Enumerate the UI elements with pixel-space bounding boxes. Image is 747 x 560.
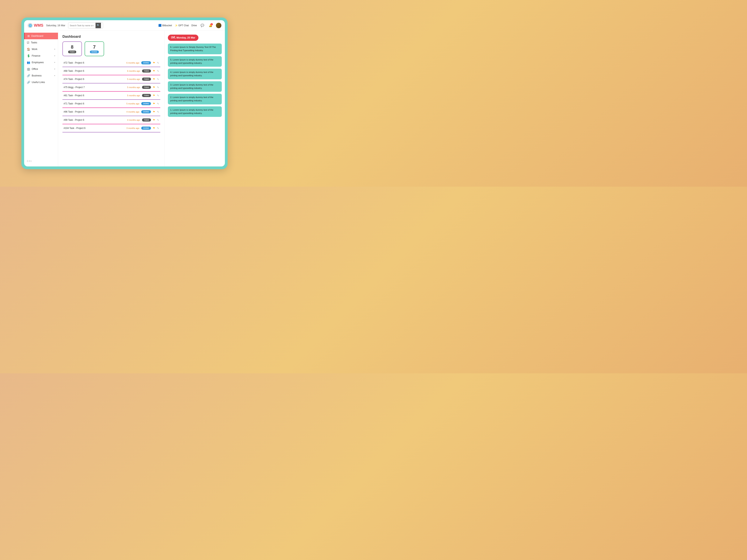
content-area: Dashboard 8 TODO 7 DOING #72 Task - Pr bbox=[58, 31, 164, 166]
task-time: 6 months ago bbox=[126, 62, 139, 64]
stats-row: 8 TODO 7 DOING bbox=[62, 42, 160, 56]
task-status-badge: DOING bbox=[141, 61, 151, 64]
note-item: 1. Lorem Ipsum is simply dummy text of t… bbox=[168, 106, 222, 117]
chevron-down-icon: ▾ bbox=[54, 68, 55, 70]
task-status-badge: DOING bbox=[141, 127, 151, 130]
search-input[interactable] bbox=[68, 23, 96, 28]
table-row: #99 Task - Project 6 4 months ago TODO ⚑… bbox=[62, 116, 160, 124]
table-row: #68 Task - Project 6 6 months ago TODO ⚑… bbox=[62, 67, 160, 75]
sidebar-item-useful-links[interactable]: 🔗 Useful Links bbox=[24, 79, 58, 85]
date-badge: ਹੱਲੀ, Monday, 25 Mar bbox=[168, 35, 199, 41]
sidebar-item-label: Finance bbox=[32, 54, 53, 57]
stat-doing-badge: DOING bbox=[90, 51, 99, 53]
sidebar-item-label: Office bbox=[32, 68, 53, 71]
avatar[interactable] bbox=[216, 23, 222, 28]
notification-button[interactable]: 🔔 2 bbox=[208, 23, 213, 28]
table-row: #96 Task - Project 6 4 months ago DOING … bbox=[62, 108, 160, 116]
task-time: 5 months ago bbox=[127, 86, 140, 88]
sidebar-item-tasks[interactable]: ☑ Tasks bbox=[24, 39, 58, 46]
office-icon: 🏢 bbox=[27, 68, 30, 71]
edit-icon[interactable]: ✎ bbox=[157, 61, 159, 64]
pin-icon: ⚑ bbox=[153, 127, 155, 130]
stat-todo: 8 TODO bbox=[62, 42, 82, 56]
gpt-label: GPT Chat bbox=[178, 24, 189, 27]
task-name: #72 Task - Project 6 bbox=[63, 61, 91, 64]
bitbucket-link[interactable]: 🟦 Bitbucket bbox=[158, 24, 172, 27]
task-name: #96 Task - Project 6 bbox=[63, 110, 91, 113]
tasks-icon: ☑ bbox=[27, 41, 29, 44]
header-date: Saturday, 16 Mar bbox=[46, 24, 66, 27]
sidebar-item-label: Business bbox=[32, 74, 53, 77]
inner-card: 🌐 WMS Saturday, 16 Mar 🔍 🟦 Bitbucket ✨ G… bbox=[24, 20, 225, 166]
search-bar: 🔍 bbox=[68, 23, 103, 28]
sidebar-item-employees[interactable]: 👥 Employees ▾ bbox=[24, 59, 58, 66]
finance-icon: 💲 bbox=[27, 54, 30, 57]
table-row: #104 Task - Project 6 3 months ago DOING… bbox=[62, 124, 160, 132]
sidebar-item-finance[interactable]: 💲 Finance ▾ bbox=[24, 53, 58, 59]
stat-todo-number: 8 bbox=[71, 44, 73, 50]
search-button[interactable]: 🔍 bbox=[96, 23, 101, 28]
note-item: 6. Lorem Ipsum Is Simply Dummy Text Of T… bbox=[168, 44, 222, 54]
table-row: #72 Task - Project 6 6 months ago DOING … bbox=[62, 59, 160, 67]
stat-todo-badge: TODO bbox=[68, 51, 76, 53]
edit-icon[interactable]: ✎ bbox=[157, 110, 159, 113]
chat-icon-button[interactable]: 💬 bbox=[200, 23, 205, 28]
edit-icon[interactable]: ✎ bbox=[157, 78, 159, 81]
pin-icon: ⚑ bbox=[153, 70, 155, 72]
task-time: 5 months ago bbox=[127, 78, 140, 80]
sidebar-item-work[interactable]: 🏠 Work ▾ bbox=[24, 46, 58, 53]
task-name: #71 Task - Project 6 bbox=[63, 102, 91, 105]
task-time: 5 months ago bbox=[127, 94, 140, 97]
task-time: 6 months ago bbox=[127, 70, 140, 72]
pin-icon: ⚑ bbox=[153, 78, 155, 80]
drive-link[interactable]: Drive bbox=[191, 24, 197, 27]
edit-icon[interactable]: ✎ bbox=[157, 127, 159, 130]
gpt-chat-link[interactable]: ✨ GPT Chat bbox=[175, 24, 189, 27]
chevron-down-icon: ▾ bbox=[54, 55, 55, 57]
logo-text: WMS bbox=[34, 23, 43, 28]
dashboard-icon: ⊞ bbox=[27, 34, 30, 37]
right-panel: ਹੱਲੀ, Monday, 25 Mar 6. Lorem Ipsum Is S… bbox=[164, 31, 225, 166]
task-status-badge: DOING bbox=[141, 102, 151, 105]
task-status-badge: DOING bbox=[141, 110, 151, 113]
bitbucket-label: Bitbucket bbox=[162, 24, 172, 27]
edit-icon[interactable]: ✎ bbox=[157, 102, 159, 105]
task-time: 5 months ago bbox=[126, 103, 139, 105]
edit-icon[interactable]: ✎ bbox=[157, 94, 159, 97]
table-row: #74 Task - Project 6 5 months ago TODO ⚑… bbox=[62, 75, 160, 83]
note-item: 5. Lorem Ipsum is simply dummy text of t… bbox=[168, 56, 222, 67]
main-layout: ⊞ Dashboard ☑ Tasks 🏠 Work ▾ 💲 Finance ▾ bbox=[24, 31, 225, 166]
chevron-down-icon: ▾ bbox=[54, 48, 55, 50]
pin-icon: ⚑ bbox=[153, 110, 155, 113]
avatar-image bbox=[216, 23, 222, 28]
business-icon: 🔗 bbox=[27, 74, 30, 77]
task-status-badge: TODO bbox=[142, 78, 151, 81]
logo-icon: 🌐 bbox=[28, 23, 33, 28]
sidebar-item-label: Dashboard bbox=[31, 35, 55, 37]
note-item: 4. Lorem Ipsum is simply dummy text of t… bbox=[168, 69, 222, 79]
sidebar-version: 2.3.1 bbox=[24, 158, 58, 164]
chevron-down-icon: ▾ bbox=[54, 61, 55, 63]
note-item: 2. Lorem Ipsum is simply dummy text of t… bbox=[168, 94, 222, 104]
note-item: 3. Lorem Ipsum is simply dummy text of t… bbox=[168, 81, 222, 92]
stat-doing-number: 7 bbox=[93, 44, 96, 50]
sidebar-item-label: Work bbox=[32, 48, 53, 51]
sidebar-item-business[interactable]: 🔗 Business ▾ bbox=[24, 72, 58, 79]
sidebar-item-label: Useful Links bbox=[32, 81, 55, 84]
sidebar-item-office[interactable]: 🏢 Office ▾ bbox=[24, 66, 58, 72]
bitbucket-icon: 🟦 bbox=[158, 24, 161, 27]
edit-icon[interactable]: ✎ bbox=[157, 86, 159, 89]
outer-card: 🌐 WMS Saturday, 16 Mar 🔍 🟦 Bitbucket ✨ G… bbox=[21, 18, 228, 169]
task-status-badge: TODO bbox=[142, 94, 151, 97]
task-time: 4 months ago bbox=[127, 119, 140, 121]
page-title: Dashboard bbox=[62, 35, 160, 39]
chevron-down-icon: ▾ bbox=[54, 75, 55, 77]
pin-icon: ⚑ bbox=[153, 118, 155, 121]
edit-icon[interactable]: ✎ bbox=[157, 70, 159, 73]
sidebar-item-dashboard[interactable]: ⊞ Dashboard bbox=[24, 33, 58, 39]
table-row: #75 bbgg - Project 7 5 months ago TODO ⚑… bbox=[62, 83, 160, 91]
employees-icon: 👥 bbox=[27, 61, 30, 64]
edit-icon[interactable]: ✎ bbox=[157, 118, 159, 122]
stat-doing: 7 DOING bbox=[85, 42, 104, 56]
sidebar: ⊞ Dashboard ☑ Tasks 🏠 Work ▾ 💲 Finance ▾ bbox=[24, 31, 58, 166]
